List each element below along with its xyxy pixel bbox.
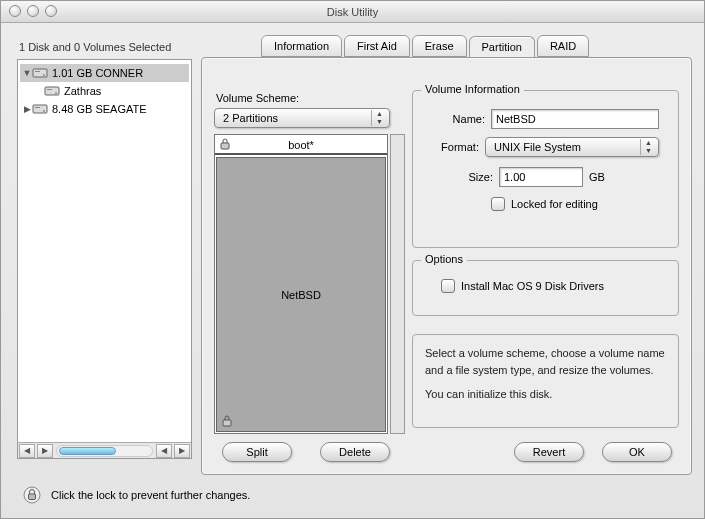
tab-information[interactable]: Information <box>261 35 342 57</box>
volume-scheme-select[interactable]: 2 Partitions ▲▼ <box>214 108 390 128</box>
disk-tree: ▼ 1.01 GB CONNER Zathras ▶ <box>18 60 191 122</box>
volume-name-input[interactable] <box>491 109 659 129</box>
name-label: Name: <box>437 113 485 125</box>
help-line1: Select a volume scheme, choose a volume … <box>425 345 666 378</box>
scroll-thumb[interactable] <box>59 447 116 455</box>
help-line2: You can initialize this disk. <box>425 386 666 403</box>
disk-row-conner[interactable]: ▼ 1.01 GB CONNER <box>20 64 189 82</box>
scroll-left-icon[interactable]: ◀ <box>19 444 35 458</box>
hard-disk-icon <box>32 66 48 80</box>
locked-row: Locked for editing <box>491 197 598 211</box>
svg-rect-0 <box>33 69 47 77</box>
format-label: Format: <box>431 141 479 153</box>
svg-point-2 <box>43 74 45 76</box>
sidebar-scrollbar[interactable]: ◀ ▶ ◀ ▶ <box>18 442 191 458</box>
disk-sidebar: ▼ 1.01 GB CONNER Zathras ▶ <box>17 59 192 459</box>
tab-bar: Information First Aid Erase Partition RA… <box>261 35 591 57</box>
selection-status: 1 Disk and 0 Volumes Selected <box>19 41 171 53</box>
format-select[interactable]: UNIX File System ▲▼ <box>485 137 659 157</box>
disk-label: 8.48 GB SEAGATE <box>52 103 147 115</box>
disk-utility-window: Disk Utility 1 Disk and 0 Volumes Select… <box>0 0 705 519</box>
lock-icon <box>221 415 233 427</box>
options-group: Options Install Mac OS 9 Disk Drivers <box>412 260 679 316</box>
volume-label: Zathras <box>64 85 101 97</box>
tab-raid[interactable]: RAID <box>537 35 589 57</box>
svg-rect-12 <box>29 494 36 500</box>
svg-rect-6 <box>33 105 47 113</box>
partition-netbsd[interactable]: NetBSD <box>216 157 386 432</box>
options-title: Options <box>421 253 467 265</box>
format-value: UNIX File System <box>494 141 581 153</box>
lock-icon[interactable] <box>23 486 41 504</box>
scroll-left-icon[interactable]: ◀ <box>156 444 172 458</box>
svg-point-5 <box>55 92 57 94</box>
lock-footer: Click the lock to prevent further change… <box>23 486 250 504</box>
scroll-right-icon[interactable]: ▶ <box>174 444 190 458</box>
popup-arrows-icon: ▲▼ <box>371 110 387 126</box>
mac9-checkbox[interactable] <box>441 279 455 293</box>
tab-erase[interactable]: Erase <box>412 35 467 57</box>
svg-rect-9 <box>221 143 229 149</box>
revert-button[interactable]: Revert <box>514 442 584 462</box>
hard-disk-icon <box>44 84 60 98</box>
svg-rect-4 <box>47 89 52 90</box>
svg-rect-3 <box>45 87 59 95</box>
disclosure-triangle-icon[interactable]: ▶ <box>22 104 32 114</box>
volume-size-input[interactable] <box>499 167 583 187</box>
partition-boot-label: boot* <box>288 139 314 151</box>
volume-scheme-value: 2 Partitions <box>223 112 278 124</box>
volume-scheme-label: Volume Scheme: <box>216 92 299 104</box>
tab-first-aid[interactable]: First Aid <box>344 35 410 57</box>
split-button[interactable]: Split <box>222 442 292 462</box>
partition-panel: Volume Scheme: 2 Partitions ▲▼ boot* Net… <box>201 57 692 475</box>
svg-rect-10 <box>223 420 231 426</box>
tab-partition[interactable]: Partition <box>469 36 535 58</box>
partition-map[interactable]: boot* NetBSD <box>214 134 388 434</box>
close-icon[interactable] <box>9 5 21 17</box>
disk-row-seagate[interactable]: ▶ 8.48 GB SEAGATE <box>20 100 189 118</box>
lock-icon <box>219 138 231 150</box>
volume-information-group: Volume Information Name: Format: UNIX Fi… <box>412 90 679 248</box>
popup-arrows-icon: ▲▼ <box>640 139 656 155</box>
svg-point-8 <box>43 110 45 112</box>
window-controls <box>9 5 57 17</box>
partition-map-scrollbar[interactable] <box>390 134 405 434</box>
svg-rect-7 <box>35 107 40 108</box>
locked-checkbox[interactable] <box>491 197 505 211</box>
scroll-right-icon[interactable]: ▶ <box>37 444 53 458</box>
format-row: Format: UNIX File System ▲▼ <box>431 137 659 157</box>
titlebar[interactable]: Disk Utility <box>1 1 704 23</box>
disk-label: 1.01 GB CONNER <box>52 67 143 79</box>
window-title: Disk Utility <box>327 6 378 18</box>
scroll-track[interactable] <box>56 445 153 457</box>
volume-information-title: Volume Information <box>421 83 524 95</box>
delete-button[interactable]: Delete <box>320 442 390 462</box>
volume-row-zathras[interactable]: Zathras <box>20 82 189 100</box>
size-unit: GB <box>589 171 605 183</box>
locked-label: Locked for editing <box>511 198 598 210</box>
mac9-row: Install Mac OS 9 Disk Drivers <box>441 279 604 293</box>
name-row: Name: <box>437 109 659 129</box>
size-label: Size: <box>445 171 493 183</box>
partition-boot[interactable]: boot* <box>215 135 387 155</box>
help-text-group: Select a volume scheme, choose a volume … <box>412 334 679 428</box>
svg-rect-1 <box>35 71 40 72</box>
ok-button[interactable]: OK <box>602 442 672 462</box>
lock-footer-text: Click the lock to prevent further change… <box>51 489 250 501</box>
size-row: Size: GB <box>445 167 605 187</box>
hard-disk-icon <box>32 102 48 116</box>
partition-netbsd-label: NetBSD <box>281 289 321 301</box>
mac9-label: Install Mac OS 9 Disk Drivers <box>461 280 604 292</box>
content-area: 1 Disk and 0 Volumes Selected Informatio… <box>1 23 704 518</box>
zoom-icon[interactable] <box>45 5 57 17</box>
disclosure-triangle-icon[interactable]: ▼ <box>22 68 32 78</box>
minimize-icon[interactable] <box>27 5 39 17</box>
